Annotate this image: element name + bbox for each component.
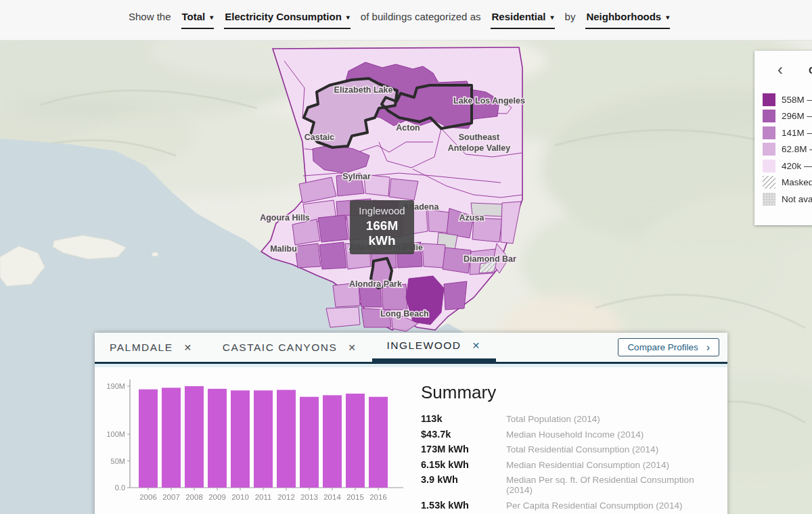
summary-value: 1.53k kWh — [421, 500, 506, 511]
summary-row: 113kTotal Population (2014) — [421, 413, 721, 424]
place-label: Acton — [396, 123, 420, 133]
bar-2011[interactable] — [254, 390, 273, 488]
x-axis-tick-label: 2015 — [346, 493, 364, 501]
place-label: Antelope Valley — [448, 143, 510, 153]
summary-label: Median Per sq. ft. Of Residential Consum… — [506, 475, 721, 495]
caret-down-icon: ▾ — [666, 14, 669, 21]
legend-item: 296M — — [763, 108, 812, 125]
legend-panel: ‹ Consumption 558M —296M —141M —62.8M —4… — [754, 51, 812, 225]
caret-down-icon: ▾ — [551, 14, 554, 21]
legend-swatch-icon — [763, 193, 775, 206]
category-dropdown[interactable]: Residential▾ — [491, 11, 554, 29]
legend-swatch-icon — [763, 160, 775, 172]
place-label: Elizabeth Lake — [334, 85, 393, 95]
place-label: Diamond Bar — [464, 254, 516, 264]
legend-collapse-chevron-icon[interactable]: ‹ — [777, 63, 783, 76]
legend-item: 141M — — [763, 124, 812, 141]
bar-2006[interactable] — [139, 390, 158, 488]
map-tooltip: Inglewood 166M kWh — [350, 200, 414, 254]
summary-rows: 113kTotal Population (2014)$43.7kMedian … — [421, 413, 721, 511]
tab-palmdale[interactable]: PALMDALE✕ — [95, 333, 208, 362]
summary-label: Total Population (2014) — [506, 414, 600, 424]
show-the-text: Show the — [129, 11, 171, 22]
x-axis-tick-label: 2014 — [323, 493, 341, 501]
tab-label: PALMDALE — [110, 342, 173, 354]
x-axis-tick-label: 2012 — [277, 493, 295, 501]
place-label: Southeast — [459, 133, 500, 142]
summary-value: 6.15k kWh — [421, 459, 506, 470]
bar-2010[interactable] — [231, 390, 250, 488]
caret-down-icon: ▾ — [210, 14, 213, 21]
legend-item-label: 558M — — [782, 95, 812, 105]
consumption-bar-chart: 0.050M100M190M20062007200820092010201120… — [95, 367, 411, 514]
close-icon[interactable]: ✕ — [184, 342, 193, 353]
summary-row: 6.15k kWhMedian Residential Consumption … — [421, 459, 721, 470]
x-axis-tick-label: 2007 — [162, 493, 180, 501]
legend-item-label: Not available — [782, 194, 812, 204]
legend-item: 558M — — [763, 91, 812, 108]
x-axis-tick-label: 2016 — [369, 493, 387, 501]
summary-value: 113k — [421, 413, 506, 424]
tooltip-value: 166M kWh — [353, 218, 411, 248]
legend-item-label: Masked — [782, 177, 812, 187]
summary-label: Total Residential Consumption (2014) — [506, 444, 658, 454]
geography-dropdown[interactable]: Neighborhoods▾ — [585, 11, 670, 29]
summary-row: $43.7kMedian Household Income (2014) — [421, 429, 721, 440]
tab-label: INGLEWOOD — [387, 340, 461, 352]
x-axis-tick-label: 2008 — [185, 493, 203, 501]
total-dropdown[interactable]: Total▾ — [181, 11, 215, 29]
top-bar: Show the Total▾ Electricity Consumption▾… — [0, 0, 812, 41]
bar-2013[interactable] — [300, 397, 319, 488]
by-text: by — [565, 11, 576, 22]
legend-title: Consumption — [809, 64, 812, 76]
bar-chart-canvas[interactable]: 0.050M100M190M20062007200820092010201120… — [100, 374, 411, 507]
y-axis-tick-label: 100M — [106, 430, 125, 438]
close-icon[interactable]: ✕ — [472, 340, 480, 351]
place-label: Azusa — [459, 213, 485, 223]
x-axis-tick-label: 2013 — [300, 493, 318, 501]
legend-swatch-icon — [763, 126, 775, 139]
legend-item-label: 296M — — [782, 111, 812, 121]
summary-label: Median Household Income (2014) — [506, 429, 644, 440]
legend-swatch-icon — [763, 93, 775, 106]
bar-2008[interactable] — [185, 386, 204, 488]
summary-label: Per Capita Residential Consumption (2014… — [506, 500, 682, 511]
legend-item: 62.8M — — [763, 141, 812, 158]
place-label: Alondra Park — [349, 279, 402, 289]
x-axis-tick-label: 2006 — [139, 493, 157, 501]
tab-label: CASTAIC CANYONS — [223, 342, 338, 354]
compare-profiles-button[interactable]: Compare Profiles › — [618, 338, 719, 356]
place-label: Sylmar — [342, 172, 371, 181]
bar-2009[interactable] — [208, 389, 227, 488]
tab-castaic-canyons[interactable]: CASTAIC CANYONS✕ — [208, 333, 372, 362]
legend-item-label: 420k — — [782, 161, 812, 171]
summary-row: 1.53k kWhPer Capita Residential Consumpt… — [421, 500, 721, 511]
summary-label: Median Residential Consumption (2014) — [506, 460, 669, 470]
bar-2007[interactable] — [162, 388, 181, 488]
legend-item: Masked — [763, 174, 812, 191]
legend-swatch-icon — [763, 176, 775, 189]
bar-2012[interactable] — [277, 390, 296, 488]
place-label: Agoura Hills — [260, 213, 310, 223]
legend-rows: 558M —296M —141M —62.8M —420k —MaskedNot… — [763, 91, 812, 208]
legend-item: 420k — — [763, 158, 812, 174]
x-axis-tick-label: 2010 — [231, 493, 249, 501]
summary-title: Summary — [421, 382, 721, 403]
x-axis-tick-label: 2009 — [208, 493, 226, 501]
bar-2015[interactable] — [346, 394, 365, 488]
summary-row: 173M kWhTotal Residential Consumption (2… — [421, 444, 721, 454]
close-icon[interactable]: ✕ — [348, 342, 357, 353]
bar-2016[interactable] — [369, 397, 388, 488]
x-axis-tick-label: 2011 — [255, 493, 272, 501]
place-label: Castaic — [304, 133, 335, 142]
legend-item-label: 62.8M — — [782, 144, 812, 154]
bar-2014[interactable] — [323, 395, 342, 488]
categorized-as-text: of buildings categorized as — [361, 11, 481, 22]
metric-dropdown[interactable]: Electricity Consumption▾ — [224, 11, 351, 29]
tab-inglewood[interactable]: INGLEWOOD✕ — [372, 333, 496, 362]
summary-value: 173M kWh — [421, 444, 506, 454]
legend-item: Not available — [763, 191, 812, 208]
summary-row: 3.9 kWhMedian Per sq. ft. Of Residential… — [421, 474, 721, 495]
y-axis-tick-label: 190M — [106, 382, 125, 390]
chevron-right-icon: › — [706, 344, 710, 352]
